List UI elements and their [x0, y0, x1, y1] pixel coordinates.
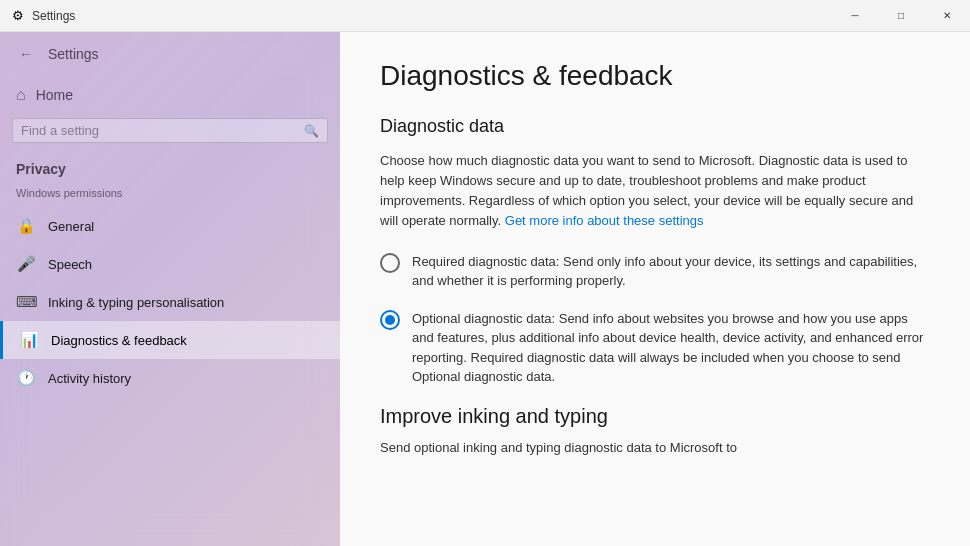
required-text: Required diagnostic data: Send only info… — [412, 252, 930, 291]
search-box: 🔍 — [12, 118, 328, 143]
sidebar-item-diagnostics[interactable]: 📊 Diagnostics & feedback — [0, 321, 340, 359]
inking-label: Inking & typing personalisation — [48, 295, 224, 310]
speech-label: Speech — [48, 257, 92, 272]
page-title: Diagnostics & feedback — [380, 60, 930, 92]
speech-icon: 🎤 — [16, 255, 36, 273]
settings-icon: ⚙ — [12, 8, 24, 23]
search-input[interactable] — [21, 123, 298, 138]
general-label: General — [48, 219, 94, 234]
titlebar-controls: ─ □ ✕ — [832, 0, 970, 32]
sidebar-item-speech[interactable]: 🎤 Speech — [0, 245, 340, 283]
more-info-link[interactable]: Get more info about these settings — [505, 213, 704, 228]
improve-inking-title: Improve inking and typing — [380, 405, 930, 428]
titlebar: ⚙ Settings ─ □ ✕ — [0, 0, 970, 32]
diagnostic-description: Choose how much diagnostic data you want… — [380, 151, 930, 232]
windows-permissions-heading: Windows permissions — [0, 183, 340, 207]
activity-label: Activity history — [48, 371, 131, 386]
required-option[interactable]: Required diagnostic data: Send only info… — [380, 252, 930, 291]
diagnostics-icon: 📊 — [19, 331, 39, 349]
sidebar-app-title: Settings — [48, 46, 99, 62]
close-button[interactable]: ✕ — [924, 0, 970, 32]
home-icon: ⌂ — [16, 86, 26, 104]
sidebar-item-home[interactable]: ⌂ Home — [0, 76, 340, 114]
back-button[interactable]: ← — [12, 40, 40, 68]
app-container: ← Settings ⌂ Home 🔍 Privacy Windows perm… — [0, 32, 970, 546]
inking-icon: ⌨ — [16, 293, 36, 311]
privacy-heading: Privacy — [0, 155, 340, 183]
sidebar-nav-top: ← Settings — [0, 32, 340, 76]
titlebar-title: Settings — [32, 9, 75, 23]
titlebar-left: ⚙ Settings — [12, 8, 75, 23]
improve-inking-description: Send optional inking and typing diagnost… — [380, 438, 930, 458]
optional-option[interactable]: Optional diagnostic data: Send info abou… — [380, 309, 930, 387]
maximize-button[interactable]: □ — [878, 0, 924, 32]
sidebar: ← Settings ⌂ Home 🔍 Privacy Windows perm… — [0, 32, 340, 546]
sidebar-item-general[interactable]: 🔒 General — [0, 207, 340, 245]
diagnostics-label: Diagnostics & feedback — [51, 333, 187, 348]
optional-text: Optional diagnostic data: Send info abou… — [412, 309, 930, 387]
required-radio[interactable] — [380, 253, 400, 273]
activity-icon: 🕐 — [16, 369, 36, 387]
search-icon: 🔍 — [304, 124, 319, 138]
diagnostic-data-title: Diagnostic data — [380, 116, 930, 137]
sidebar-item-inking[interactable]: ⌨ Inking & typing personalisation — [0, 283, 340, 321]
content-area: Diagnostics & feedback Diagnostic data C… — [340, 32, 970, 546]
minimize-button[interactable]: ─ — [832, 0, 878, 32]
general-icon: 🔒 — [16, 217, 36, 235]
optional-radio[interactable] — [380, 310, 400, 330]
sidebar-item-activity[interactable]: 🕐 Activity history — [0, 359, 340, 397]
home-label: Home — [36, 87, 73, 103]
